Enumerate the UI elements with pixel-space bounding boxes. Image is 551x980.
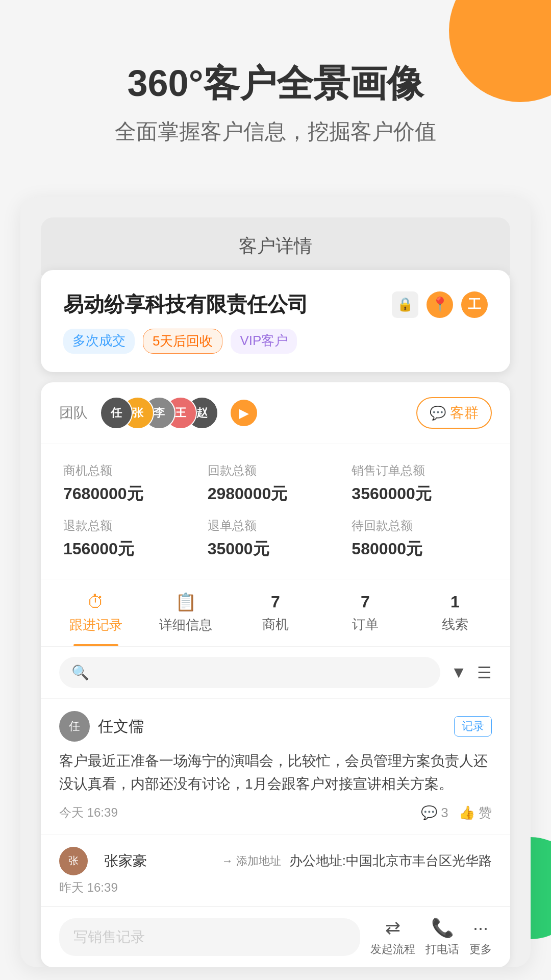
- avatars-container: 任 张 李 王 赵: [100, 397, 212, 429]
- stat-xiaoshoudan: 销售订单总额 3560000元: [347, 456, 492, 511]
- hero-section: 360°客户全景画像 全面掌握客户信息，挖掘客户价值: [0, 0, 551, 177]
- tags-row: 多次成交 5天后回收 VIP客户: [63, 329, 488, 354]
- work-icon[interactable]: 工: [461, 291, 488, 318]
- log2-time: 昨天 16:39: [59, 879, 492, 896]
- more-icon: ···: [473, 917, 488, 939]
- tabs-row: ⏱ 跟进记录 📋 详细信息 7 商机 7 订单 1 线索: [41, 579, 510, 647]
- search-bar-row: 🔍 ▼ ☰: [41, 647, 510, 699]
- comment-icon[interactable]: 💬 3: [421, 805, 448, 821]
- log-entry-2: 张 张家豪 → 添加地址 办公地址:中国北京市丰台区光华路 昨天 16:39: [41, 835, 510, 906]
- team-row: 团队 任 张 李 王 赵 ▶ 💬 客群: [41, 382, 510, 444]
- stat-tuidan: 退单总额 35000元: [204, 511, 348, 567]
- log-avatar-2: 张: [59, 847, 88, 875]
- flow-icon: ⇄: [385, 917, 400, 939]
- arrow-icon: → 添加地址: [222, 853, 281, 869]
- tab-icon-genjin: ⏱: [87, 592, 105, 612]
- action-start-flow[interactable]: ⇄ 发起流程: [370, 917, 415, 957]
- main-card-wrapper: 客户详情 易动纷享科技有限责任公司 🔒 📍 工 多次成交 5天后回收 VIP客户…: [20, 197, 531, 967]
- tab-icon-xiangxi: 📋: [175, 592, 196, 612]
- log-name-1: 任文儒: [98, 716, 454, 737]
- stat-tuikuan: 退款总额 156000元: [59, 511, 204, 567]
- log-badge-1: 记录: [454, 716, 492, 737]
- tab-genjinjilu[interactable]: ⏱ 跟进记录: [51, 580, 141, 646]
- detail-card: 团队 任 张 李 王 赵 ▶ 💬 客群 商机总额 7680000元 回款总额 2: [41, 382, 510, 967]
- company-name-row: 易动纷享科技有限责任公司 🔒 📍 工: [63, 290, 488, 318]
- log-header-1: 任 任文儒 记录: [59, 711, 492, 742]
- log-content-1: 客户最近正准备一场海宁的演唱会，比较忙，会员管理方案负责人还没认真看，内部还没有…: [59, 750, 492, 796]
- bg-card-header: 客户详情: [41, 217, 510, 275]
- tag-tianhui[interactable]: 5天后回收: [143, 329, 222, 354]
- avatar-1[interactable]: 任: [100, 397, 133, 429]
- more-avatars-button[interactable]: ▶: [231, 400, 257, 426]
- tag-duocichenjiao[interactable]: 多次成交: [63, 329, 135, 354]
- stat-shangji: 商机总额 7680000元: [59, 456, 204, 511]
- hero-title: 360°客户全景画像: [31, 61, 520, 105]
- log2-header: 张 张家豪 → 添加地址 办公地址:中国北京市丰台区光华路: [59, 847, 492, 875]
- tag-vip[interactable]: VIP客户: [231, 329, 297, 354]
- stats-grid: 商机总额 7680000元 回款总额 2980000元 销售订单总额 35600…: [41, 444, 510, 579]
- search-icon: 🔍: [71, 664, 89, 681]
- kequn-button[interactable]: 💬 客群: [416, 397, 492, 429]
- like-icon[interactable]: 👍 赞: [459, 804, 492, 822]
- tab-xiansuo[interactable]: 1 线索: [410, 580, 500, 646]
- log2-name: 张家豪: [104, 851, 214, 871]
- log-time-1: 今天 16:39: [59, 804, 411, 821]
- stat-huikuan: 回款总额 2980000元: [204, 456, 348, 511]
- action-call[interactable]: 📞 打电话: [425, 917, 459, 957]
- team-label: 团队: [59, 403, 88, 423]
- log-actions-1: 💬 3 👍 赞: [421, 804, 492, 822]
- phone-icon: 📞: [431, 917, 454, 939]
- tab-dingdan[interactable]: 7 订单: [320, 580, 410, 646]
- log-avatar-1: 任: [59, 711, 90, 742]
- tab-xiangxinxinxi[interactable]: 📋 详细信息: [141, 579, 231, 646]
- company-card: 易动纷享科技有限责任公司 🔒 📍 工 多次成交 5天后回收 VIP客户: [41, 270, 510, 372]
- tab-shangji[interactable]: 7 商机: [231, 580, 320, 646]
- lock-icon[interactable]: 🔒: [392, 291, 418, 318]
- company-icons: 🔒 📍 工: [392, 291, 488, 318]
- log2-content: 办公地址:中国北京市丰台区光华路: [289, 852, 492, 870]
- bottom-toolbar: 写销售记录 ⇄ 发起流程 📞 打电话 ··· 更多: [41, 906, 510, 967]
- action-more[interactable]: ··· 更多: [469, 917, 492, 957]
- sort-icon[interactable]: ☰: [477, 663, 492, 682]
- hero-subtitle: 全面掌握客户信息，挖掘客户价值: [31, 117, 520, 146]
- write-input[interactable]: 写销售记录: [59, 918, 360, 956]
- filter-icon[interactable]: ▼: [450, 663, 467, 682]
- log-entry-1: 任 任文儒 记录 客户最近正准备一场海宁的演唱会，比较忙，会员管理方案负责人还没…: [41, 699, 510, 835]
- company-name: 易动纷享科技有限责任公司: [63, 290, 308, 318]
- location-icon[interactable]: 📍: [427, 291, 453, 318]
- stat-daihuikuan: 待回款总额 580000元: [347, 511, 492, 567]
- search-input-wrap[interactable]: 🔍: [59, 657, 440, 688]
- log-footer-1: 今天 16:39 💬 3 👍 赞: [59, 804, 492, 822]
